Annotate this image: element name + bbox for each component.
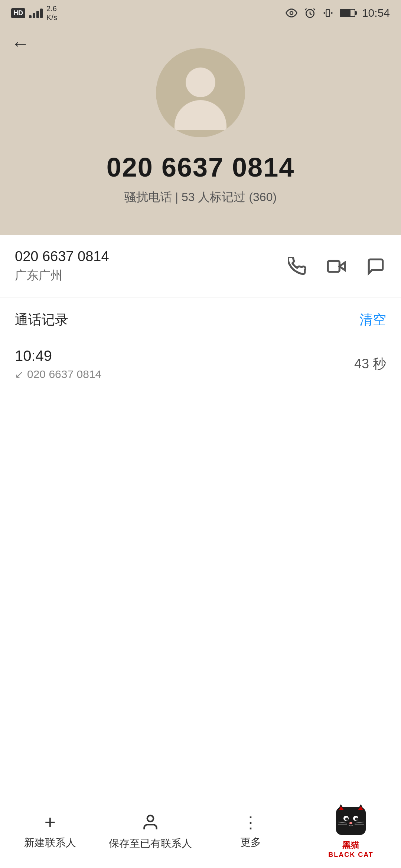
avatar-body: [175, 100, 226, 130]
signal-bars: [29, 8, 43, 18]
call-records-header: 通话记录 清空: [15, 311, 386, 329]
battery-icon: [340, 9, 355, 17]
black-cat-nav[interactable]: 黑猫 BLACK CAT: [301, 803, 401, 859]
battery-fill: [340, 10, 351, 16]
svg-rect-4: [328, 261, 339, 272]
svg-point-14: [355, 818, 358, 821]
avatar-person: [175, 68, 226, 130]
hero-area: 020 6637 0814 骚扰电话 | 53 人标记过 (360): [0, 26, 401, 235]
black-cat-sublabel: BLACK CAT: [328, 851, 374, 859]
svg-rect-6: [336, 807, 366, 835]
call-button[interactable]: [287, 256, 307, 277]
new-contact-label: 新建联系人: [24, 836, 76, 850]
black-cat-logo: [334, 803, 368, 837]
status-right: 10:54: [286, 7, 390, 19]
clear-button[interactable]: 清空: [359, 311, 386, 329]
status-time: 10:54: [362, 7, 390, 19]
avatar-head: [186, 68, 215, 97]
hero-subtitle: 骚扰电话 | 53 人标记过 (360): [124, 189, 277, 206]
phone-info-left: 020 6637 0814 广东广州: [15, 249, 109, 284]
content-area: 020 6637 0814 广东广州: [0, 235, 401, 388]
incoming-call-icon: ↙: [15, 368, 23, 381]
svg-point-0: [290, 11, 293, 14]
svg-point-15: [349, 822, 352, 824]
more-label: 更多: [240, 835, 261, 849]
alarm-icon: [304, 7, 316, 19]
call-record-item: 10:49 ↙ 020 6637 0814 43 秒: [15, 340, 386, 388]
save-contact-nav[interactable]: 保存至已有联系人: [100, 812, 200, 851]
phone-info-location: 广东广州: [15, 267, 109, 284]
save-contact-label: 保存至已有联系人: [109, 836, 192, 851]
action-icons: [287, 256, 386, 277]
call-record-duration: 43 秒: [354, 355, 386, 373]
video-call-button[interactable]: [326, 256, 347, 277]
phone-info-number: 020 6637 0814: [15, 249, 109, 264]
back-button[interactable]: ←: [11, 33, 30, 54]
save-contact-icon: [141, 813, 160, 832]
signal-bar-4: [40, 9, 43, 18]
bottom-nav: + 新建联系人 保存至已有联系人 ⋮ 更多: [0, 794, 401, 868]
call-records-section: 通话记录 清空 10:49 ↙ 020 6637 0814 43 秒: [0, 297, 401, 388]
svg-point-5: [147, 815, 154, 822]
call-records-title: 通话记录: [15, 311, 68, 329]
signal-bar-3: [36, 11, 39, 18]
svg-point-13: [345, 818, 348, 821]
new-contact-nav[interactable]: + 新建联系人: [0, 813, 100, 850]
black-cat-text-area: 黑猫 BLACK CAT: [328, 840, 374, 859]
call-record-left: 10:49 ↙ 020 6637 0814: [15, 348, 101, 381]
hero-phone-number: 020 6637 0814: [107, 152, 294, 183]
svg-rect-2: [326, 10, 329, 17]
vibrate-icon: [323, 7, 333, 19]
person-icon: [140, 812, 161, 833]
status-left: HD 2.6 K/s: [11, 4, 57, 22]
plus-icon: +: [45, 813, 56, 832]
call-record-number: ↙ 020 6637 0814: [15, 368, 101, 381]
status-bar: HD 2.6 K/s 10:54: [0, 0, 401, 26]
message-icon: [366, 257, 385, 276]
call-record-time: 10:49: [15, 348, 101, 364]
signal-bar-2: [33, 13, 35, 18]
eye-icon: [286, 7, 297, 19]
message-button[interactable]: [365, 256, 386, 277]
phone-icon: [288, 257, 306, 276]
phone-info-row: 020 6637 0814 广东广州: [0, 235, 401, 297]
signal-bar-1: [29, 15, 32, 18]
avatar: [156, 48, 245, 137]
hd-badge: HD: [11, 8, 25, 18]
network-speed: 2.6 K/s: [46, 4, 57, 22]
more-nav[interactable]: ⋮ 更多: [200, 813, 301, 849]
more-icon: ⋮: [242, 813, 259, 832]
video-icon: [327, 257, 346, 276]
black-cat-label: 黑猫: [342, 840, 359, 851]
